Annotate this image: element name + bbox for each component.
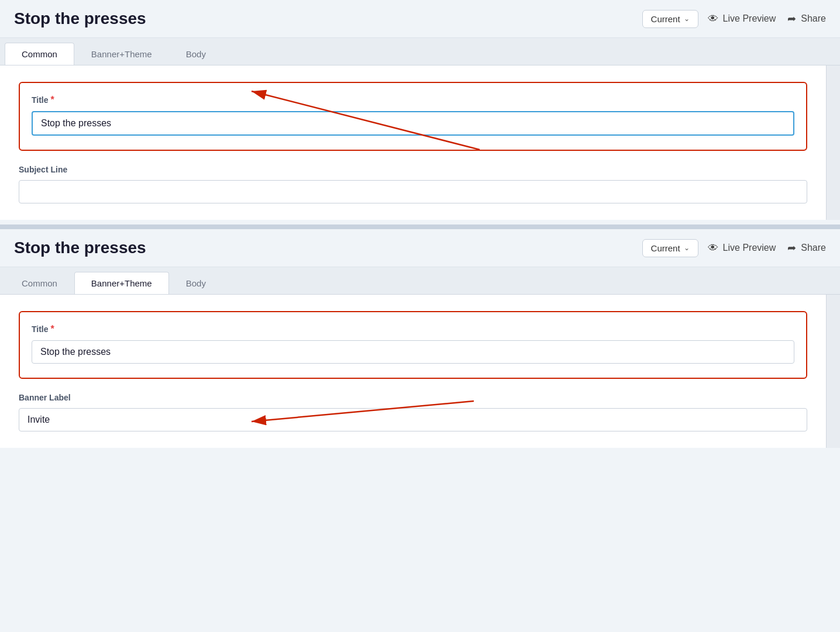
panels-wrapper: Stop the presses Current ⌄ 👁 Live Previe… <box>0 0 840 448</box>
top-subject-label: Subject Line <box>19 165 807 174</box>
bottom-tab-bar: Common Banner+Theme Body <box>0 267 840 295</box>
top-right-strip <box>826 65 840 220</box>
share-icon-bottom: ➦ <box>787 241 796 254</box>
top-subject-section: Subject Line <box>19 165 807 203</box>
bottom-content-area: Title * Banner Label <box>0 295 840 448</box>
bottom-panel: Stop the presses Current ⌄ 👁 Live Previe… <box>0 225 840 448</box>
bottom-banner-label: Banner Label <box>19 393 807 402</box>
bottom-title-required-star: * <box>51 324 54 334</box>
top-title-input[interactable] <box>32 111 794 136</box>
tab-banner-theme-top[interactable]: Banner+Theme <box>74 43 169 65</box>
chevron-down-icon-bottom: ⌄ <box>684 244 690 252</box>
tab-body-bottom[interactable]: Body <box>169 272 223 294</box>
eye-icon: 👁 <box>708 13 718 25</box>
bottom-right-strip <box>826 295 840 448</box>
bottom-title-input[interactable] <box>32 340 794 364</box>
top-version-dropdown[interactable]: Current ⌄ <box>642 10 698 28</box>
bottom-live-preview-button[interactable]: 👁 Live Preview <box>708 242 776 254</box>
tab-banner-theme-bottom[interactable]: Banner+Theme <box>74 272 169 294</box>
top-content-area: Title * Subject Line <box>0 65 840 220</box>
top-title-required-star: * <box>51 95 54 105</box>
bottom-banner-section: Banner Label <box>19 393 807 431</box>
bottom-title-label: Title * <box>32 324 794 334</box>
top-title-highlighted: Title * <box>19 82 807 151</box>
top-panel-title: Stop the presses <box>14 9 633 28</box>
bottom-header-actions: 👁 Live Preview ➦ Share <box>708 241 826 254</box>
bottom-main-content: Title * Banner Label <box>0 295 826 448</box>
top-title-label: Title * <box>32 95 794 105</box>
share-icon: ➦ <box>787 12 796 25</box>
bottom-panel-header: Stop the presses Current ⌄ 👁 Live Previe… <box>0 229 840 267</box>
top-header-actions: 👁 Live Preview ➦ Share <box>708 12 826 25</box>
top-live-preview-button[interactable]: 👁 Live Preview <box>708 13 776 25</box>
tab-common-bottom[interactable]: Common <box>5 272 74 294</box>
top-tab-bar: Common Banner+Theme Body <box>0 38 840 65</box>
version-label: Current <box>651 14 680 24</box>
bottom-version-dropdown[interactable]: Current ⌄ <box>642 239 698 257</box>
top-panel: Stop the presses Current ⌄ 👁 Live Previe… <box>0 0 840 220</box>
top-subject-input[interactable] <box>19 180 807 203</box>
bottom-title-highlighted: Title * <box>19 311 807 379</box>
tab-common-top[interactable]: Common <box>5 43 74 65</box>
bottom-banner-input[interactable] <box>19 408 807 431</box>
bottom-panel-title: Stop the presses <box>14 239 633 257</box>
eye-icon-bottom: 👁 <box>708 242 718 254</box>
top-panel-header: Stop the presses Current ⌄ 👁 Live Previe… <box>0 0 840 38</box>
top-share-button[interactable]: ➦ Share <box>787 12 826 25</box>
top-main-content: Title * Subject Line <box>0 65 826 220</box>
tab-body-top[interactable]: Body <box>169 43 223 65</box>
bottom-share-button[interactable]: ➦ Share <box>787 241 826 254</box>
chevron-down-icon: ⌄ <box>684 15 690 23</box>
